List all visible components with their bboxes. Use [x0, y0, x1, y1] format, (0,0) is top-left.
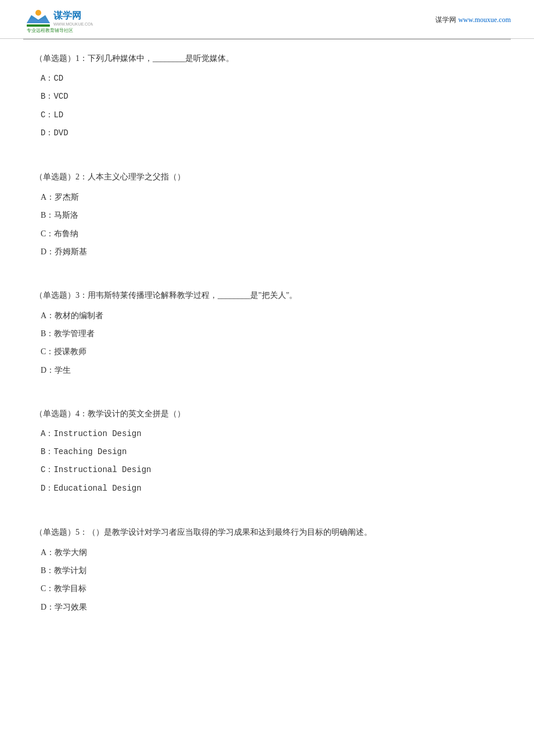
question-3-option-a: A：教材的编制者 — [41, 308, 499, 323]
logo-image: 谋学网 WWW.MOUKUE.COM 专业远程教育辅导社区 — [23, 6, 93, 34]
question-2-option-b: B：马斯洛 — [41, 208, 499, 222]
question-1-options: A：CD B：VCD C：LD D：DVD — [35, 71, 499, 141]
question-5: （单选题）5：（）是教学设计对学习者应当取得的学习成果和达到最终行为目标的明确阐… — [35, 525, 499, 614]
question-4-title: （单选题）4：教学设计的英文全拼是（） — [35, 406, 499, 421]
question-2-text: 2：人本主义心理学之父指（） — [75, 172, 185, 181]
question-4: （单选题）4：教学设计的英文全拼是（） A：Instruction Design… — [35, 406, 499, 496]
question-5-type: （单选题） — [35, 528, 75, 537]
question-1: （单选题）1：下列几种媒体中，________是听觉媒体。 A：CD B：VCD… — [35, 51, 499, 141]
svg-rect-1 — [27, 24, 50, 27]
question-5-text: 5：（）是教学设计对学习者应当取得的学习成果和达到最终行为目标的明确阐述。 — [75, 528, 372, 537]
question-1-option-a: A：CD — [41, 71, 499, 86]
question-5-option-b: B：教学计划 — [41, 563, 499, 578]
question-5-option-d: D：学习效果 — [41, 600, 499, 614]
question-4-option-b: B：Teaching Design — [41, 445, 499, 459]
page-header: 谋学网 WWW.MOUKUE.COM 专业远程教育辅导社区 谋学网 www.mo… — [0, 0, 534, 39]
svg-point-0 — [35, 10, 41, 16]
svg-text:WWW.MOUKUE.COM: WWW.MOUKUE.COM — [53, 22, 93, 26]
question-5-option-c: C：教学目标 — [41, 581, 499, 596]
question-1-option-c: C：LD — [41, 108, 499, 123]
site-name-label: 谋学网 — [435, 16, 456, 24]
question-2-title: （单选题）2：人本主义心理学之父指（） — [35, 170, 499, 184]
question-2: （单选题）2：人本主义心理学之父指（） A：罗杰斯 B：马斯洛 C：布鲁纳 D：… — [35, 170, 499, 259]
question-1-option-d: D：DVD — [41, 126, 499, 141]
question-1-title: （单选题）1：下列几种媒体中，________是听觉媒体。 — [35, 51, 499, 66]
question-4-type: （单选题） — [35, 409, 75, 418]
question-4-option-a: A：Instruction Design — [41, 427, 499, 441]
question-1-type: （单选题） — [35, 54, 75, 63]
question-2-type: （单选题） — [35, 172, 75, 181]
question-2-option-c: C：布鲁纳 — [41, 226, 499, 241]
question-3-options: A：教材的编制者 B：教学管理者 C：授课教师 D：学生 — [35, 308, 499, 377]
question-4-option-c: C：Instructional Design — [41, 463, 499, 477]
question-4-option-d: D：Educational Design — [41, 481, 499, 496]
question-2-options: A：罗杰斯 B：马斯洛 C：布鲁纳 D：乔姆斯基 — [35, 190, 499, 259]
question-3-text: 3：用韦斯特莱传播理论解释教学过程，________是"把关人"。 — [75, 291, 297, 300]
question-4-options: A：Instruction Design B：Teaching Design C… — [35, 427, 499, 496]
questions-content: （单选题）1：下列几种媒体中，________是听觉媒体。 A：CD B：VCD… — [0, 39, 534, 655]
question-3: （单选题）3：用韦斯特莱传播理论解释教学过程，________是"把关人"。 A… — [35, 288, 499, 377]
question-3-title: （单选题）3：用韦斯特莱传播理论解释教学过程，________是"把关人"。 — [35, 288, 499, 303]
question-3-option-c: C：授课教师 — [41, 344, 499, 359]
logo-area: 谋学网 WWW.MOUKUE.COM 专业远程教育辅导社区 — [23, 6, 93, 34]
question-1-text: 1：下列几种媒体中，________是听觉媒体。 — [75, 54, 234, 63]
question-5-option-a: A：教学大纲 — [41, 545, 499, 560]
question-1-option-b: B：VCD — [41, 89, 499, 104]
question-5-title: （单选题）5：（）是教学设计对学习者应当取得的学习成果和达到最终行为目标的明确阐… — [35, 525, 499, 539]
question-4-text: 4：教学设计的英文全拼是（） — [75, 409, 185, 418]
svg-text:谋学网: 谋学网 — [53, 10, 81, 20]
question-3-option-d: D：学生 — [41, 363, 499, 377]
question-2-option-a: A：罗杰斯 — [41, 190, 499, 204]
svg-text:专业远程教育辅导社区: 专业远程教育辅导社区 — [27, 28, 73, 33]
question-3-option-b: B：教学管理者 — [41, 326, 499, 341]
question-2-option-d: D：乔姆斯基 — [41, 244, 499, 259]
question-5-options: A：教学大纲 B：教学计划 C：教学目标 D：学习效果 — [35, 545, 499, 614]
site-url-link[interactable]: www.mouxue.com — [458, 16, 511, 24]
header-site-info: 谋学网 www.mouxue.com — [435, 15, 511, 25]
question-3-type: （单选题） — [35, 291, 75, 300]
